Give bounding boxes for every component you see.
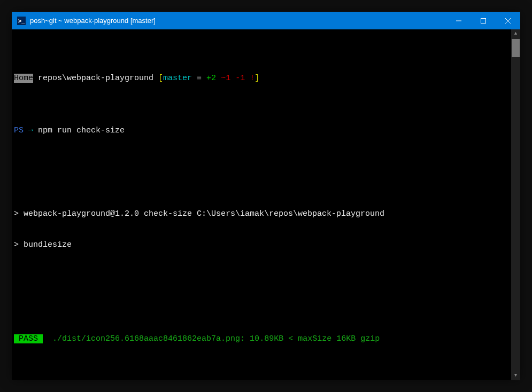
maximize-button[interactable] (471, 12, 496, 29)
terminal-content: Home repos\webpack-playground [master ≡ … (14, 32, 518, 380)
scroll-down-icon[interactable]: ▼ (511, 371, 520, 380)
npm-run-header: > webpack-playground@1.2.0 check-size C:… (14, 209, 518, 219)
svg-rect-1 (481, 18, 486, 23)
npm-run-header: > bundlesize (14, 240, 518, 250)
pass-badge: PASS (14, 334, 43, 343)
home-label: Home (14, 74, 33, 83)
typed-command: npm run check-size (38, 126, 125, 135)
scrollbar-thumb[interactable] (512, 39, 520, 57)
prompt-line: Home repos\webpack-playground [master ≡ … (14, 73, 518, 84)
minimize-button[interactable] (446, 12, 471, 29)
scrollbar[interactable]: ▲ ▼ (511, 29, 520, 380)
ps-prompt: PS → npm run check-size (14, 126, 518, 136)
titlebar[interactable]: >_ posh~git ~ webpack-playground [master… (12, 12, 520, 29)
close-button[interactable] (496, 12, 520, 29)
terminal-window: >_ posh~git ~ webpack-playground [master… (12, 12, 520, 380)
powershell-icon: >_ (17, 17, 26, 25)
terminal-body[interactable]: Home repos\webpack-playground [master ≡ … (12, 29, 520, 380)
result-row: PASS ./dist/icon256.6168aaac8461862eab7a… (14, 334, 518, 344)
scroll-up-icon[interactable]: ▲ (511, 29, 520, 38)
window-title: posh~git ~ webpack-playground [master] (30, 17, 156, 25)
